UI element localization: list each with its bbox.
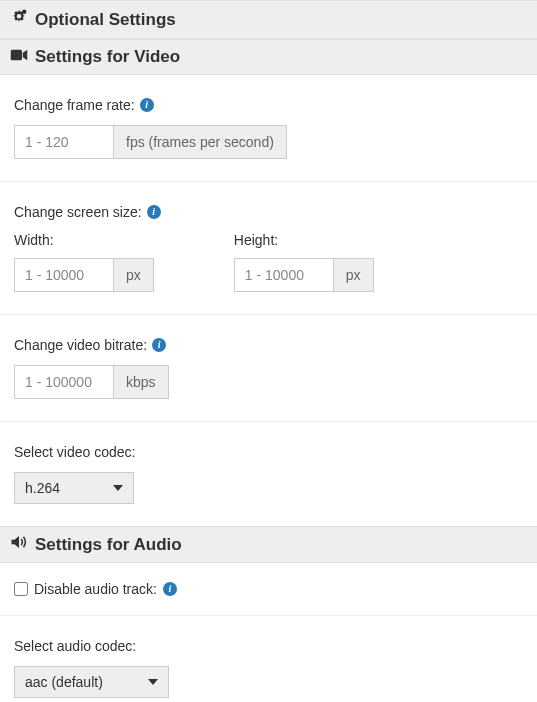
video-settings-header: Settings for Video bbox=[0, 39, 537, 75]
disable-audio-field: Disable audio track: i bbox=[0, 563, 537, 616]
height-unit: px bbox=[334, 258, 374, 292]
optional-settings-header: Optional Settings bbox=[0, 0, 537, 39]
audio-codec-select[interactable]: aac (default) bbox=[14, 666, 169, 698]
screensize-label: Change screen size: bbox=[14, 204, 142, 220]
video-codec-select[interactable]: h.264 bbox=[14, 472, 134, 504]
optional-settings-title: Optional Settings bbox=[35, 10, 176, 30]
video-bitrate-label: Change video bitrate: bbox=[14, 337, 147, 353]
video-bitrate-input[interactable] bbox=[14, 365, 114, 399]
info-icon[interactable]: i bbox=[140, 98, 154, 112]
audio-codec-label: Select audio codec: bbox=[14, 638, 136, 654]
audio-settings-title: Settings for Audio bbox=[35, 535, 182, 555]
framerate-label: Change frame rate: bbox=[14, 97, 135, 113]
disable-audio-label: Disable audio track: bbox=[34, 581, 157, 597]
video-codec-label: Select video codec: bbox=[14, 444, 135, 460]
width-input[interactable] bbox=[14, 258, 114, 292]
framerate-unit: fps (frames per second) bbox=[114, 125, 287, 159]
info-icon[interactable]: i bbox=[152, 338, 166, 352]
audio-codec-field: Select audio codec: aac (default) bbox=[0, 616, 537, 702]
disable-audio-checkbox[interactable] bbox=[14, 582, 28, 596]
info-icon[interactable]: i bbox=[147, 205, 161, 219]
video-bitrate-field: Change video bitrate: i kbps bbox=[0, 315, 537, 422]
video-codec-field: Select video codec: h.264 bbox=[0, 422, 537, 526]
framerate-input[interactable] bbox=[14, 125, 114, 159]
gears-icon bbox=[10, 8, 28, 31]
video-settings-title: Settings for Video bbox=[35, 47, 180, 67]
height-input[interactable] bbox=[234, 258, 334, 292]
video-bitrate-unit: kbps bbox=[114, 365, 169, 399]
svg-point-0 bbox=[22, 10, 27, 15]
volume-icon bbox=[10, 534, 28, 555]
info-icon[interactable]: i bbox=[163, 582, 177, 596]
video-camera-icon bbox=[10, 47, 28, 67]
svg-rect-1 bbox=[11, 50, 22, 61]
height-label: Height: bbox=[234, 232, 374, 248]
framerate-field: Change frame rate: i fps (frames per sec… bbox=[0, 75, 537, 182]
width-unit: px bbox=[114, 258, 154, 292]
audio-settings-header: Settings for Audio bbox=[0, 526, 537, 563]
width-label: Width: bbox=[14, 232, 154, 248]
screensize-field: Change screen size: i Width: px Height: … bbox=[0, 182, 537, 315]
